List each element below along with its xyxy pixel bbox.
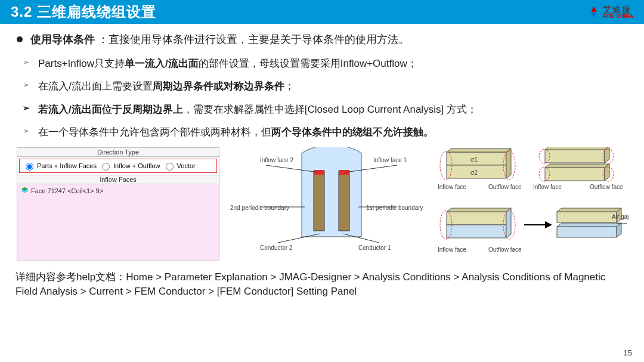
face-item[interactable]: Face 71247 <Coil<1> 9> — [21, 187, 215, 194]
svg-rect-20 — [447, 212, 506, 225]
radio-inflow-outflow[interactable]: Inflow + Outflow — [99, 161, 160, 171]
lbl-outflow-c: Outflow face — [488, 246, 522, 253]
svg-line-8 — [278, 234, 320, 243]
lbl-inflow-c: Inflow face — [438, 246, 466, 253]
direction-type-radios: Parts + Inflow Faces Inflow + Outflow Ve… — [19, 159, 217, 173]
settings-panel: Direction Type Parts + Inflow Faces Infl… — [17, 147, 219, 261]
bullet-3: 若流入/流出面位于反周期边界上，需要在求解器属性中选择[Closed Loop … — [23, 98, 628, 121]
lbl-inflow2: Inflow face 2 — [260, 157, 294, 163]
svg-rect-13 — [545, 168, 605, 181]
header-bar: 3.2 三维扁线绕组设置 艾迪捷 ATIC CHINA — [0, 0, 644, 24]
lbl-inflow-a: Inflow face — [438, 184, 466, 190]
slide-title: 3.2 三维扁线绕组设置 — [11, 2, 156, 21]
lead-label: 使用导体条件 — [30, 33, 95, 45]
lead-text: ：直接使用导体条件进行设置，主要是关于导体条件的使用方法。 — [98, 33, 409, 45]
logo-icon — [587, 5, 600, 18]
right-diagram: σ1 σ2 Inflow face Outflow face Inflow fa… — [438, 147, 628, 267]
direction-type-label: Direction Type — [17, 148, 219, 157]
svg-rect-2 — [314, 170, 324, 175]
logo: 艾迪捷 ATIC CHINA — [587, 5, 633, 19]
center-diagram: Inflow face 2 Inflow face 1 2nd periodic… — [230, 147, 427, 255]
lbl-pb1: 1st periodic boundary — [366, 205, 423, 211]
bullet-dot — [17, 36, 23, 42]
lbl-sigma2: σ2 — [470, 169, 478, 176]
lbl-pb2: 2nd periodic boundary — [230, 205, 289, 211]
svg-rect-21 — [447, 225, 506, 238]
arrow-icon — [524, 221, 552, 228]
lbl-cond1: Conductor 1 — [358, 245, 391, 251]
face-icon — [21, 187, 29, 194]
lbl-cond2: Conductor 2 — [260, 245, 293, 251]
lbl-outflow-a: Outflow face — [488, 184, 522, 190]
svg-rect-3 — [339, 170, 349, 175]
bullet-list: Parts+Inflow只支持单一流入/流出面的部件设置，母线设置需要采用Inf… — [23, 52, 628, 144]
svg-rect-22 — [557, 212, 617, 222]
svg-rect-12 — [545, 150, 605, 163]
lbl-outflow-b: Outflow face — [590, 184, 623, 190]
bullet-2: 在流入/流出面上需要设置周期边界条件或对称边界条件； — [23, 75, 628, 98]
lbl-inflow1: Inflow face 1 — [373, 157, 407, 163]
radio-vector[interactable]: Vector — [163, 161, 196, 171]
lbl-inflow-b: Inflow face — [533, 184, 562, 190]
bullet-1: Parts+Inflow只支持单一流入/流出面的部件设置，母线设置需要采用Inf… — [23, 52, 628, 75]
lbl-sigma1: σ1 — [470, 156, 478, 163]
logo-en: ATIC CHINA — [603, 14, 633, 19]
svg-marker-27 — [545, 221, 552, 228]
bullet-4: 在一个导体条件中允许包含两个部件或两种材料，但两个导体条件中的绕组不允许接触。 — [23, 121, 628, 144]
svg-rect-23 — [557, 227, 617, 237]
footnote: 详细内容参考help文档：Home > Parameter Explanatio… — [16, 270, 628, 299]
inflow-faces-list[interactable]: Face 71247 <Coil<1> 9> — [17, 184, 219, 261]
page-number: 15 — [624, 348, 632, 357]
lbl-airgap: Air gap — [612, 214, 628, 220]
lead-line: 使用导体条件 ：直接使用导体条件进行设置，主要是关于导体条件的使用方法。 — [16, 32, 628, 47]
svg-rect-0 — [314, 171, 324, 231]
radio-parts-inflow[interactable]: Parts + Inflow Faces — [23, 161, 97, 171]
inflow-faces-label: Inflow Faces — [17, 175, 219, 184]
svg-rect-1 — [339, 171, 349, 231]
logo-cn: 艾迪捷 — [603, 5, 633, 14]
